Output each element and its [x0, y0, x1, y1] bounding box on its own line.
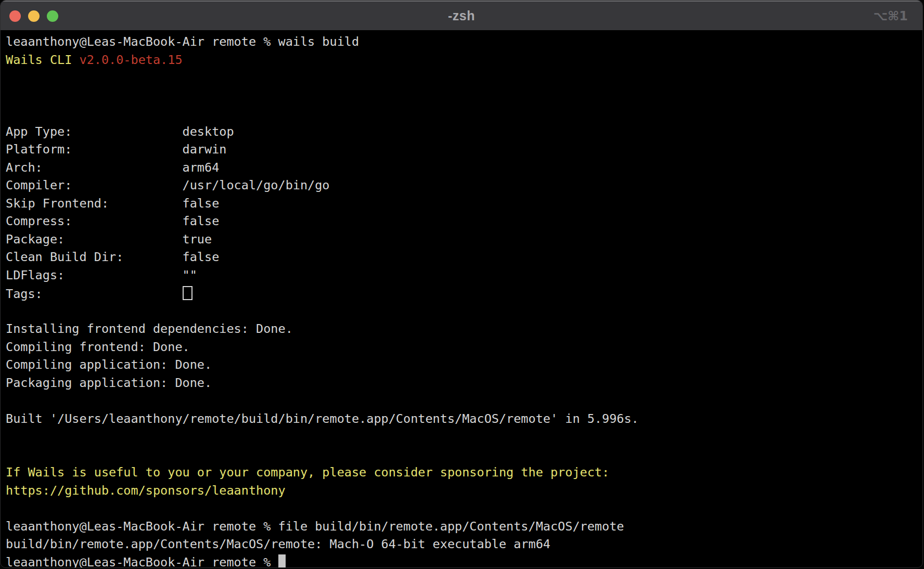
terminal-text: leaanthony@Leas-MacBook-Air remote % wai…	[6, 34, 359, 49]
terminal-text: Package: true	[6, 232, 212, 247]
terminal-text: Built '/Users/leaanthony/remote/build/bi…	[6, 411, 639, 426]
terminal-text: leaanthony@Leas-MacBook-Air remote %	[6, 555, 278, 568]
terminal-text: Compiler: /usr/local/go/bin/go	[6, 178, 330, 192]
terminal-line: leaanthony@Leas-MacBook-Air remote % wai…	[6, 33, 917, 51]
zoom-button[interactable]	[47, 10, 58, 22]
terminal-text: Clean Build Dir: false	[6, 250, 219, 264]
terminal-line	[6, 69, 917, 87]
terminal-text: v2.0.0-beta.15	[79, 53, 182, 67]
terminal-line: Compiling application: Done.	[6, 356, 917, 374]
text-cursor	[278, 554, 286, 568]
terminal-text: Platform: darwin	[6, 142, 226, 157]
window-shortcut-badge: ⌥⌘1	[873, 2, 908, 30]
terminal-text: Compiling application: Done.	[6, 357, 212, 372]
terminal-window: -zsh ⌥⌘1 leaanthony@Leas-MacBook-Air rem…	[0, 0, 923, 568]
terminal-line: Compiler: /usr/local/go/bin/go	[6, 176, 917, 195]
terminal-line	[6, 428, 917, 446]
terminal-text: Installing frontend dependencies: Done.	[6, 321, 293, 336]
empty-tags-glyph	[183, 286, 192, 300]
terminal-line: Clean Build Dir: false	[6, 248, 917, 266]
terminal-line: App Type: desktop	[6, 123, 917, 141]
terminal-text: App Type: desktop	[6, 124, 234, 139]
terminal-text: Skip Frontend: false	[6, 196, 219, 211]
terminal-line: Skip Frontend: false	[6, 195, 917, 213]
terminal-line: Wails CLI v2.0.0-beta.15	[6, 51, 917, 69]
terminal-line: build/bin/remote.app/Contents/MacOS/remo…	[6, 535, 917, 553]
close-button[interactable]	[9, 10, 21, 22]
terminal-line: Packaging application: Done.	[6, 374, 917, 392]
terminal-line: Package: true	[6, 230, 917, 249]
terminal-line: leaanthony@Leas-MacBook-Air remote %	[6, 553, 917, 568]
terminal-text: Compress: false	[6, 214, 219, 228]
terminal-text: https://github.com/sponsors/leaanthony	[6, 483, 286, 498]
terminal-line: Compiling frontend: Done.	[6, 338, 917, 356]
titlebar[interactable]: -zsh ⌥⌘1	[1, 1, 922, 30]
terminal-line	[6, 446, 917, 464]
terminal-text: Wails CLI	[6, 53, 79, 67]
terminal-text: Packaging application: Done.	[6, 376, 212, 390]
terminal-line: LDFlags: ""	[6, 266, 917, 284]
terminal-line: Arch: arm64	[6, 159, 917, 177]
terminal-text: Arch: arm64	[6, 160, 219, 175]
terminal-line: Built '/Users/leaanthony/remote/build/bi…	[6, 410, 917, 428]
terminal-line: Compress: false	[6, 212, 917, 230]
terminal-text: If Wails is useful to you or your compan…	[6, 465, 609, 480]
terminal-line: leaanthony@Leas-MacBook-Air remote % fil…	[6, 518, 917, 536]
window-title: -zsh	[1, 8, 922, 23]
terminal-line	[6, 87, 917, 105]
terminal-line: Tags:	[6, 284, 917, 302]
terminal-line	[6, 499, 917, 518]
terminal-line	[6, 302, 917, 320]
terminal-line: Platform: darwin	[6, 140, 917, 159]
terminal-text: Tags:	[6, 287, 183, 301]
terminal-text: leaanthony@Leas-MacBook-Air remote % fil…	[6, 519, 624, 534]
terminal-content[interactable]: leaanthony@Leas-MacBook-Air remote % wai…	[1, 30, 922, 568]
terminal-line	[6, 105, 917, 123]
terminal-text: LDFlags: ""	[6, 268, 197, 282]
terminal-text: Compiling frontend: Done.	[6, 340, 190, 354]
terminal-text: build/bin/remote.app/Contents/MacOS/remo…	[6, 537, 550, 551]
terminal-line: https://github.com/sponsors/leaanthony	[6, 482, 917, 500]
traffic-lights	[9, 2, 58, 30]
terminal-line: If Wails is useful to you or your compan…	[6, 463, 917, 482]
terminal-line: Installing frontend dependencies: Done.	[6, 320, 917, 338]
minimize-button[interactable]	[28, 10, 40, 22]
terminal-line	[6, 392, 917, 410]
